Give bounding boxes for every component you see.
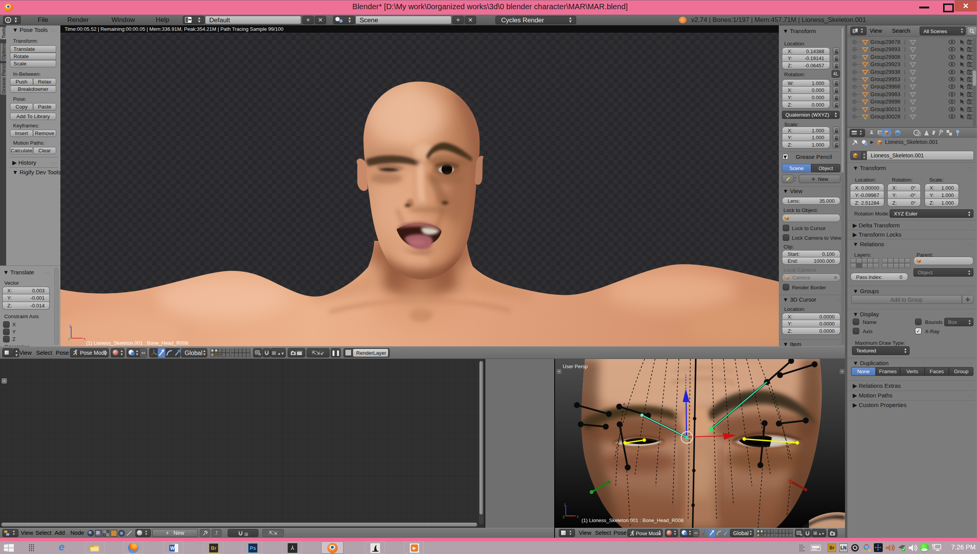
svg-text:W: W bbox=[170, 546, 175, 551]
svg-text:x: x bbox=[577, 514, 579, 519]
svg-text:x: x bbox=[83, 336, 86, 341]
svg-text:y: y bbox=[68, 336, 70, 341]
svg-text:y: y bbox=[563, 514, 565, 519]
svg-text:z: z bbox=[69, 324, 72, 328]
svg-text:z: z bbox=[564, 502, 566, 507]
